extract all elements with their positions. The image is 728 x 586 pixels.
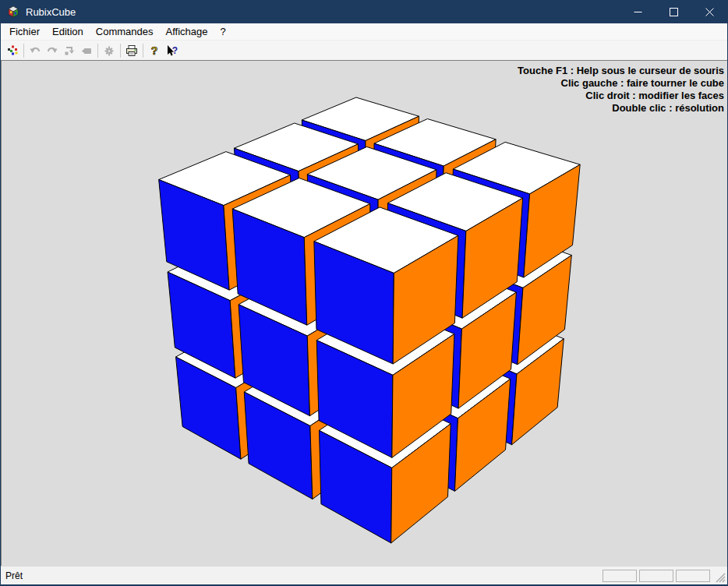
menu-edition[interactable]: Edition — [46, 24, 90, 39]
context-help-icon: ? — [164, 44, 178, 57]
menu-fichier[interactable]: Fichier — [3, 24, 46, 39]
toolbar-separator — [120, 44, 121, 58]
settings-button[interactable] — [101, 42, 118, 59]
new-cube-button[interactable] — [4, 42, 21, 59]
resize-grip[interactable] — [716, 573, 726, 583]
redo-button[interactable] — [44, 42, 61, 59]
titlebar[interactable]: RubixCube — [1, 0, 727, 23]
help-line-left-click: Clic gauche : faire tourner le cube — [518, 77, 724, 90]
maximize-button[interactable] — [656, 0, 691, 23]
rubik-cube-render[interactable] — [2, 61, 727, 566]
rotate-face-icon — [80, 44, 93, 57]
minimize-icon — [634, 8, 642, 16]
menu-commandes[interactable]: Commandes — [90, 24, 160, 39]
status-pane — [676, 570, 710, 582]
menu-aide[interactable]: ? — [214, 24, 231, 39]
help-line-double-click: Double clic : résolution — [518, 102, 724, 115]
toolbar: ? ? — [1, 41, 727, 60]
toolbar-separator — [23, 44, 24, 58]
help-button[interactable]: ? — [146, 42, 163, 59]
redo-icon — [46, 44, 58, 57]
menubar: Fichier Edition Commandes Affichage ? — [1, 23, 727, 41]
undo-button[interactable] — [27, 42, 44, 59]
window-title: RubixCube — [26, 6, 76, 18]
context-help-button[interactable]: ? — [163, 42, 180, 59]
app-cube-icon — [7, 5, 19, 18]
print-icon — [125, 44, 138, 57]
print-button[interactable] — [123, 42, 140, 59]
maximize-icon — [670, 8, 678, 16]
rotate-corner-icon — [63, 44, 76, 57]
new-cube-icon — [6, 44, 19, 57]
status-text: Prêt — [5, 570, 23, 581]
help-line-right-click: Clic droit : modifier les faces — [518, 90, 724, 102]
help-icon: ? — [148, 44, 161, 57]
app-window: RubixCube Fichier Edition Commandes Affi… — [0, 0, 728, 586]
help-overlay: Touche F1 : Help sous le curseur de sour… — [518, 65, 724, 115]
rotate-corner-button[interactable] — [61, 42, 78, 59]
undo-icon — [29, 44, 41, 57]
menu-affichage[interactable]: Affichage — [159, 24, 214, 39]
cube-canvas[interactable]: Touche F1 : Help sous le curseur de sour… — [1, 60, 727, 566]
close-button[interactable] — [691, 0, 727, 23]
toolbar-separator — [97, 44, 98, 58]
svg-text:?: ? — [172, 45, 178, 56]
svg-text:?: ? — [151, 44, 158, 57]
settings-gear-icon — [103, 44, 115, 57]
toolbar-separator — [143, 44, 143, 58]
status-pane — [639, 570, 673, 582]
statusbar: Prêt — [1, 566, 727, 584]
status-pane — [603, 570, 637, 582]
minimize-button[interactable] — [620, 0, 656, 23]
close-icon — [705, 8, 714, 16]
help-line-f1: Touche F1 : Help sous le curseur de sour… — [518, 65, 724, 77]
rotate-face-button[interactable] — [78, 42, 95, 59]
